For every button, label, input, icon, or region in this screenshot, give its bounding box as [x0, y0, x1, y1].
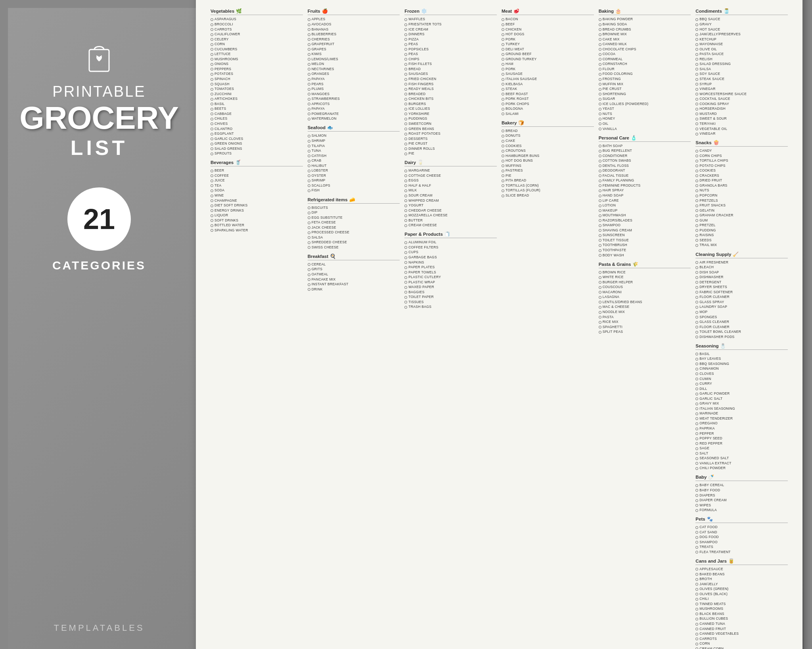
- checkbox-circle[interactable]: [211, 43, 213, 46]
- checkbox-circle[interactable]: [211, 73, 213, 76]
- checkbox-circle[interactable]: [308, 23, 310, 26]
- checkbox-circle[interactable]: [404, 18, 407, 21]
- checkbox-circle[interactable]: [404, 88, 407, 91]
- checkbox-circle[interactable]: [404, 53, 407, 56]
- checkbox-circle[interactable]: [502, 73, 504, 76]
- checkbox-circle[interactable]: [308, 231, 310, 234]
- checkbox-circle[interactable]: [695, 189, 698, 192]
- checkbox-circle[interactable]: [695, 422, 698, 425]
- checkbox-circle[interactable]: [599, 78, 601, 81]
- checkbox-circle[interactable]: [404, 271, 407, 274]
- checkbox-circle[interactable]: [695, 363, 698, 365]
- checkbox-circle[interactable]: [695, 155, 698, 157]
- checkbox-circle[interactable]: [404, 147, 407, 150]
- checkbox-circle[interactable]: [308, 88, 310, 91]
- checkbox-circle[interactable]: [599, 118, 601, 120]
- checkbox-circle[interactable]: [695, 593, 698, 596]
- checkbox-circle[interactable]: [211, 68, 213, 71]
- checkbox-circle[interactable]: [599, 224, 601, 227]
- checkbox-circle[interactable]: [599, 164, 601, 167]
- checkbox-circle[interactable]: [404, 122, 407, 125]
- checkbox-circle[interactable]: [308, 164, 310, 167]
- checkbox-circle[interactable]: [695, 164, 698, 167]
- checkbox-circle[interactable]: [308, 206, 310, 209]
- checkbox-circle[interactable]: [695, 573, 698, 576]
- checkbox-circle[interactable]: [308, 108, 310, 111]
- checkbox-circle[interactable]: [502, 189, 504, 192]
- checkbox-circle[interactable]: [308, 174, 310, 177]
- checkbox-circle[interactable]: [695, 316, 698, 319]
- checkbox-circle[interactable]: [404, 83, 407, 86]
- checkbox-circle[interactable]: [695, 484, 698, 487]
- checkbox-circle[interactable]: [695, 462, 698, 465]
- checkbox-circle[interactable]: [308, 241, 310, 244]
- checkbox-circle[interactable]: [308, 58, 310, 61]
- checkbox-circle[interactable]: [211, 23, 213, 26]
- checkbox-circle[interactable]: [308, 273, 310, 276]
- checkbox-circle[interactable]: [308, 221, 310, 224]
- checkbox-circle[interactable]: [404, 63, 407, 66]
- checkbox-circle[interactable]: [599, 53, 601, 56]
- checkbox-circle[interactable]: [695, 407, 698, 410]
- checkbox-circle[interactable]: [695, 368, 698, 370]
- checkbox-circle[interactable]: [599, 234, 601, 237]
- checkbox-circle[interactable]: [695, 93, 698, 95]
- checkbox-circle[interactable]: [211, 48, 213, 51]
- checkbox-circle[interactable]: [695, 378, 698, 380]
- checkbox-circle[interactable]: [404, 113, 407, 115]
- checkbox-circle[interactable]: [695, 88, 698, 91]
- checkbox-circle[interactable]: [695, 326, 698, 328]
- checkbox-circle[interactable]: [695, 306, 698, 309]
- checkbox-circle[interactable]: [599, 331, 601, 334]
- checkbox-circle[interactable]: [308, 170, 310, 172]
- checkbox-circle[interactable]: [308, 212, 310, 214]
- checkbox-circle[interactable]: [599, 316, 601, 319]
- checkbox-circle[interactable]: [308, 246, 310, 249]
- checkbox-circle[interactable]: [502, 18, 504, 21]
- checkbox-circle[interactable]: [695, 551, 698, 554]
- checkbox-circle[interactable]: [695, 358, 698, 361]
- checkbox-circle[interactable]: [502, 58, 504, 61]
- checkbox-circle[interactable]: [599, 28, 601, 31]
- checkbox-circle[interactable]: [599, 174, 601, 177]
- checkbox-circle[interactable]: [211, 224, 213, 227]
- checkbox-circle[interactable]: [695, 526, 698, 529]
- checkbox-circle[interactable]: [502, 88, 504, 91]
- checkbox-circle[interactable]: [308, 38, 310, 41]
- checkbox-circle[interactable]: [599, 48, 601, 51]
- checkbox-circle[interactable]: [502, 195, 504, 197]
- checkbox-circle[interactable]: [404, 276, 407, 279]
- checkbox-circle[interactable]: [211, 219, 213, 222]
- checkbox-circle[interactable]: [502, 140, 504, 143]
- checkbox-circle[interactable]: [695, 261, 698, 264]
- checkbox-circle[interactable]: [695, 118, 698, 120]
- checkbox-circle[interactable]: [695, 229, 698, 232]
- checkbox-circle[interactable]: [308, 28, 310, 31]
- checkbox-circle[interactable]: [599, 199, 601, 202]
- checkbox-circle[interactable]: [695, 428, 698, 430]
- checkbox-circle[interactable]: [695, 286, 698, 289]
- checkbox-circle[interactable]: [308, 216, 310, 219]
- checkbox-circle[interactable]: [599, 184, 601, 187]
- checkbox-circle[interactable]: [695, 58, 698, 61]
- checkbox-circle[interactable]: [308, 53, 310, 56]
- checkbox-circle[interactable]: [502, 164, 504, 167]
- checkbox-circle[interactable]: [695, 417, 698, 420]
- checkbox-circle[interactable]: [404, 179, 407, 182]
- checkbox-circle[interactable]: [502, 170, 504, 172]
- checkbox-circle[interactable]: [599, 128, 601, 130]
- checkbox-circle[interactable]: [599, 98, 601, 101]
- checkbox-circle[interactable]: [211, 33, 213, 36]
- checkbox-circle[interactable]: [695, 68, 698, 71]
- checkbox-circle[interactable]: [695, 98, 698, 101]
- checkbox-circle[interactable]: [211, 38, 213, 41]
- checkbox-circle[interactable]: [695, 321, 698, 324]
- checkbox-circle[interactable]: [695, 170, 698, 172]
- checkbox-circle[interactable]: [404, 93, 407, 95]
- checkbox-circle[interactable]: [211, 128, 213, 130]
- checkbox-circle[interactable]: [695, 628, 698, 630]
- checkbox-circle[interactable]: [404, 301, 407, 304]
- checkbox-circle[interactable]: [695, 160, 698, 162]
- checkbox-circle[interactable]: [695, 372, 698, 375]
- checkbox-circle[interactable]: [599, 170, 601, 172]
